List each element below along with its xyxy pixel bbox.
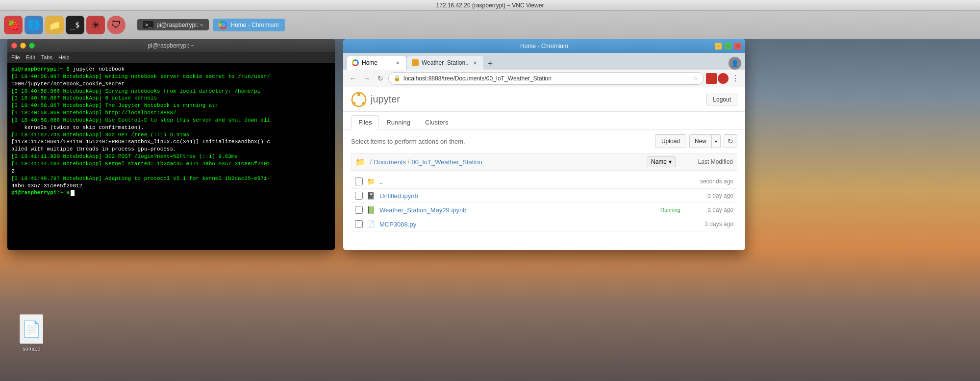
jupyter-content: jupyter Logout Files Running Clusters Se… <box>343 87 745 250</box>
tab-weather-close[interactable]: ✕ <box>472 59 478 66</box>
terminal-line: kernels (twice to skip confirmation). <box>11 124 331 131</box>
file-row-mcp3008[interactable]: 📄 MCP3008.py 3 days ago <box>351 217 737 231</box>
terminal-line: 2 <box>11 168 331 175</box>
nav-refresh-btn[interactable]: ↻ <box>375 73 386 84</box>
terminal-line: [I 18:41:44.104 NotebookApp] Kernel star… <box>11 160 331 168</box>
new-button[interactable]: New <box>689 134 712 148</box>
parent-dir-name[interactable]: .. <box>379 178 684 185</box>
file-row-weather[interactable]: 📗 Weather_Station_May29.ipynb Running a … <box>351 203 737 217</box>
terminal-line: [I 18:40:58.866 NotebookApp] Serving not… <box>11 88 331 95</box>
chromium-tab-label: Home - Chromium <box>230 22 278 28</box>
breadcrumb-documents[interactable]: Documents <box>374 158 406 166</box>
terminal-cursor-line: pi@raspberrypi:~ $ <box>11 189 331 197</box>
tab-home-close[interactable]: ✕ <box>394 59 401 66</box>
terminal-content[interactable]: pi@raspberrypi:~ $ jupyter notebook [I 1… <box>7 63 335 250</box>
chrome-menu-btn[interactable]: ⋮ <box>729 73 741 84</box>
file-actions: Upload New ▾ ↻ <box>655 134 737 148</box>
nav-forward-btn[interactable]: → <box>361 73 373 84</box>
chromium-taskbar-icon <box>219 21 227 29</box>
dock-terminal-icon[interactable]: _$ <box>66 16 84 34</box>
star-icon[interactable]: ☆ <box>693 75 699 82</box>
tab-home[interactable]: Home ✕ <box>347 56 406 70</box>
last-modified-header: Last Modified <box>684 158 733 165</box>
extension-icon-1[interactable] <box>706 73 717 84</box>
chromium-win-controls: – □ ✕ <box>715 43 741 50</box>
terminal-taskbar-item[interactable]: >_ pi@raspberrypi: ~ <box>137 19 209 30</box>
address-bar[interactable]: 🔒 localhost:8888/tree/Documents/00_IoT_W… <box>388 72 704 85</box>
desktop-icon-soma[interactable]: 📄 soma.c <box>20 314 43 352</box>
new-btn-caret[interactable]: ▾ <box>712 134 721 148</box>
jupyter-logo-text: jupyter <box>371 94 400 105</box>
terminal-menu-file[interactable]: File <box>11 54 20 60</box>
terminal-line: [I 18:40:58.867 NotebookApp] The Jupyter… <box>11 102 331 109</box>
terminal-menu-tabs[interactable]: Tabs <box>41 54 52 60</box>
dock-files-icon[interactable]: 📁 <box>45 16 64 34</box>
jupyter-tab-files[interactable]: Files <box>351 115 379 129</box>
refresh-button[interactable]: ↻ <box>724 134 737 148</box>
chrome-toolbar: ← → ↻ 🔒 localhost:8888/tree/Documents/00… <box>343 70 745 87</box>
parent-dir-icon: 📁 <box>367 178 376 185</box>
file-checkbox-untitled[interactable] <box>355 192 363 200</box>
file-checkbox-mcp3008[interactable] <box>355 220 363 228</box>
name-sort-button[interactable]: Name ▾ <box>647 156 676 167</box>
dock-raspberry-icon[interactable]: 🍓 <box>4 16 23 34</box>
chromium-taskbar-item[interactable]: Home - Chromium <box>213 19 284 31</box>
terminal-titlebar: pi@raspberrypi: ~ <box>7 39 335 52</box>
chromium-maximize-btn[interactable]: □ <box>725 43 731 50</box>
logout-button[interactable]: Logout <box>706 94 737 105</box>
chromium-window: Home - Chromium – □ ✕ Home ✕ Weather_Sta… <box>343 39 745 250</box>
file-name-untitled[interactable]: Untitled.ipynb <box>379 192 684 200</box>
terminal-tab-label: pi@raspberrypi: ~ <box>156 22 203 28</box>
breadcrumb-row: 📁 / Documents / 00_IoT_Weather_Station N… <box>351 153 737 171</box>
file-name-mcp3008[interactable]: MCP3008.py <box>379 221 684 228</box>
terminal-line: [1178:1178:0601/184110.151240:ERROR:sand… <box>11 138 331 146</box>
terminal-close-btn[interactable] <box>11 43 17 49</box>
file-name-weather[interactable]: Weather_Station_May29.ipynb <box>379 206 660 214</box>
python-file-icon: 📄 <box>367 220 376 228</box>
dock-browser-icon[interactable]: 🌐 <box>25 16 43 34</box>
file-checkbox-parent[interactable] <box>355 178 363 185</box>
macos-titlebar: 172.16.42.20 (raspberrypi) – VNC Viewer <box>0 0 980 11</box>
terminal-maximize-btn[interactable] <box>29 43 35 49</box>
macos-title-text: 172.16.42.20 (raspberrypi) – VNC Viewer <box>436 2 544 9</box>
tab-home-label: Home <box>362 59 377 66</box>
tab-home-icon <box>352 59 359 66</box>
desktop-icon-label: soma.c <box>23 346 40 352</box>
sort-arrow-icon: ▾ <box>669 158 672 165</box>
file-row-parent[interactable]: 📁 .. seconds ago <box>351 175 737 189</box>
breadcrumb-slash2: / <box>408 158 409 165</box>
breadcrumb-slash1: / <box>370 158 372 165</box>
file-time-weather: a day ago <box>684 206 733 213</box>
file-list: 📁 .. seconds ago 📓 Untitled.ipynb a day … <box>351 175 737 231</box>
terminal-line: [I 18:40:58.868 NotebookApp] Use Control… <box>11 117 331 124</box>
file-row-untitled[interactable]: 📓 Untitled.ipynb a day ago <box>351 189 737 203</box>
tab-weather[interactable]: Weather_Station.. ✕ <box>407 56 483 70</box>
jupyter-logo: jupyter <box>351 92 400 107</box>
tab-weather-label: Weather_Station.. <box>422 59 469 66</box>
terminal-minimize-btn[interactable] <box>20 43 26 49</box>
jupyter-nav: Files Running Clusters <box>343 112 745 129</box>
file-checkbox-weather[interactable] <box>355 206 363 214</box>
chromium-titlebar: Home - Chromium – □ ✕ <box>343 39 745 53</box>
upload-button[interactable]: Upload <box>655 134 686 148</box>
jupyter-tab-running[interactable]: Running <box>379 115 417 129</box>
dock-shield-icon[interactable]: 🛡 <box>107 16 126 34</box>
chromium-window-title: Home - Chromium <box>520 43 568 50</box>
notebook-icon-weather: 📗 <box>367 206 376 214</box>
extension-icon-2[interactable] <box>718 73 729 84</box>
terminal-menu-edit[interactable]: Edit <box>26 54 35 60</box>
terminal-line: 1000/jupyter/notebook_cookie_secret <box>11 80 331 88</box>
chromium-minimize-btn[interactable]: – <box>715 43 722 50</box>
terminal-menu-help[interactable]: Help <box>58 54 70 60</box>
chromium-close-btn[interactable]: ✕ <box>734 43 741 50</box>
terminal-window: pi@raspberrypi: ~ File Edit Tabs Help pi… <box>7 39 335 250</box>
breadcrumb-weather-station[interactable]: 00_IoT_Weather_Station <box>411 158 482 166</box>
profile-icon[interactable]: 👤 <box>729 57 741 70</box>
svg-point-3 <box>362 102 365 105</box>
dock-asterisk-icon[interactable]: ✳ <box>86 16 105 34</box>
new-tab-btn[interactable]: + <box>484 58 496 70</box>
nav-back-btn[interactable]: ← <box>347 73 359 84</box>
macos-dock: 🍓 🌐 📁 _$ ✳ 🛡 >_ pi@raspberrypi: ~ Home -… <box>0 11 980 39</box>
svg-point-1 <box>357 93 360 96</box>
jupyter-tab-clusters[interactable]: Clusters <box>418 115 456 129</box>
